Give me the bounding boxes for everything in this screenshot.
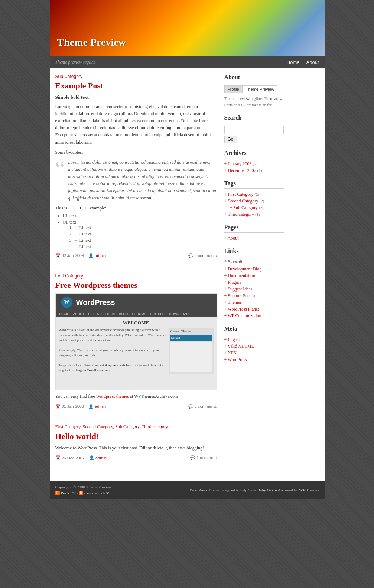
tag-second-category[interactable]: Second Category (2): [224, 198, 284, 204]
list-label: This is UL, OL, LI example:: [55, 205, 217, 211]
tag-first-category[interactable]: First Category (2): [224, 192, 284, 197]
meta-login[interactable]: Log in: [224, 337, 284, 342]
wp-themes-link[interactable]: Wordpress themes: [96, 394, 129, 399]
comments-link-3[interactable]: 1 comment: [196, 455, 217, 460]
calendar-icon-3: 📅: [55, 455, 61, 460]
archive-dec-2007[interactable]: December 2007 (1): [224, 168, 284, 173]
post-author: 👤 admin: [88, 253, 106, 258]
sidebar-meta: Meta Log in Valid XHTML XFN WordPress: [224, 325, 284, 363]
site-title: Theme Preview: [57, 36, 126, 48]
comments-link[interactable]: 0 comments: [195, 253, 217, 258]
wp-nav-hosting: HOSTING: [150, 312, 165, 316]
post-categories-3: First Category, Second Category, Sub Cat…: [55, 424, 217, 430]
calendar-icon: 📅: [55, 253, 61, 258]
li-item-1: Li text: [74, 225, 217, 231]
wp-nav-about: ABOUT: [73, 312, 85, 316]
user-icon: 👤: [88, 253, 94, 258]
post-body: Lorem ipsum dolor sit amet, consectetur …: [55, 103, 217, 146]
link-wp-customization[interactable]: WP Customization: [224, 313, 284, 319]
meta-xfn[interactable]: XFN: [224, 350, 284, 356]
comments-rss-link[interactable]: Comments RSS: [84, 491, 110, 495]
sidebar-pages: Pages About: [224, 224, 284, 241]
comments-rss-icon: R: [79, 491, 83, 495]
li-item-3: Li text: [74, 238, 217, 243]
wordpress-screenshot: W WordPress HOME ABOUT EXTEND DOCS BLOG …: [55, 293, 217, 390]
content-wrapper: Sub Category Example Post Simple bold te…: [50, 68, 325, 481]
post-title-3[interactable]: Hello world!: [55, 431, 217, 442]
cat-sub[interactable]: Sub Category: [115, 424, 139, 429]
ul-list: UL text OL text Li text Li text Li text …: [63, 213, 217, 250]
cat-third[interactable]: Third category: [142, 424, 168, 429]
wp-nav-extend: EXTEND: [88, 312, 102, 316]
cat-first[interactable]: First Category: [55, 424, 81, 429]
meta-xhtml[interactable]: Valid XHTML: [224, 344, 284, 349]
blogroll-label: Blogroll: [224, 259, 284, 265]
post-title[interactable]: Example Post: [55, 81, 217, 91]
post-wordpress-themes: First Category Free Wordpress themes W W…: [55, 273, 217, 415]
about-tabs: Profile Theme Preview: [224, 85, 284, 93]
page-about[interactable]: About: [224, 235, 284, 241]
tag-sub-category[interactable]: Sub Category (2): [230, 205, 284, 211]
link-suggest-ideas[interactable]: Suggest Ideas: [224, 286, 284, 292]
nav-bar: Theme preview tagline Home About: [50, 56, 325, 68]
link-support-forum[interactable]: Support Forum: [224, 293, 284, 299]
wp-theme-link[interactable]: WordPress Theme: [190, 488, 219, 492]
meta-title: Meta: [224, 325, 284, 334]
search-input[interactable]: [224, 126, 284, 134]
nav-home[interactable]: Home: [287, 59, 300, 65]
search-go-button[interactable]: Go: [224, 136, 237, 143]
wp-logo-text: WordPress: [76, 298, 115, 307]
li-item-4: Li text: [74, 244, 217, 250]
archive-jan-2008[interactable]: January 2008 (2): [224, 161, 284, 167]
post-date-2: 📅 01 Jan 2008: [55, 404, 84, 409]
posts-rss-link[interactable]: Posts RSS: [61, 491, 78, 495]
wp-nav-docs: DOCS: [105, 312, 115, 316]
footer-right: WordPress Theme designed to help Save Ba…: [190, 488, 319, 492]
wp-content-area: WELCOME WordPress is a state-of-the-art …: [56, 317, 217, 390]
nav-about[interactable]: About: [306, 59, 319, 65]
post-date: 📅 02 Jan 2008: [55, 253, 84, 258]
wp-nav-home: HOME: [59, 312, 69, 316]
link-plugins[interactable]: Plugins: [224, 280, 284, 285]
post-title-2[interactable]: Free Wordpress themes: [55, 280, 217, 291]
wp-sidebar-text: Current Theme Default: [170, 329, 212, 372]
blockquote-text: Lorem ipsum dolor sit amet, consectetur …: [68, 159, 217, 202]
link-documentation[interactable]: Documentation: [224, 273, 284, 279]
post-category-link[interactable]: Sub Category: [55, 74, 217, 79]
profile-tab[interactable]: Profile: [224, 85, 243, 93]
author-link-2[interactable]: admin: [95, 404, 106, 409]
links-title: Links: [224, 248, 284, 256]
ul-item: UL text: [63, 213, 217, 219]
posts-rss-icon: R: [55, 491, 60, 495]
sidebar-links: Links Blogroll Development Blog Document…: [224, 248, 284, 319]
ol-list: Li text Li text Li text Li text: [74, 225, 217, 250]
post-bold-text: Simple bold text: [55, 94, 217, 100]
wp-logo-circle: W: [61, 297, 72, 308]
link-dev-blog[interactable]: Development Blog: [224, 266, 284, 272]
comment-icon: 💬: [188, 253, 193, 258]
post-date-3: 📅 26 Dec 2007: [55, 455, 85, 460]
comment-icon-2: 💬: [188, 404, 193, 409]
comment-icon-3: 💬: [190, 455, 195, 460]
author-link-3[interactable]: admin: [95, 456, 107, 460]
theme-tab[interactable]: Theme Preview: [243, 85, 277, 93]
blockquote: “ Lorem ipsum dolor sit amet, consectetu…: [55, 159, 217, 202]
cat-second[interactable]: Second Category: [83, 424, 113, 429]
save-baby-gavin-link[interactable]: Save Baby Gavin: [248, 488, 277, 492]
link-themes[interactable]: Themes: [224, 300, 284, 305]
post-category-link-2[interactable]: First Category: [55, 273, 217, 279]
about-title: About: [224, 74, 284, 82]
post-author-3: 👤 admin: [89, 455, 107, 460]
link-wordpress-planet[interactable]: WordPress Planet: [224, 306, 284, 312]
calendar-icon-2: 📅: [55, 404, 61, 409]
post-example: Sub Category Example Post Simple bold te…: [55, 74, 217, 264]
post-hello-world: First Category, Second Category, Sub Cat…: [55, 424, 217, 467]
comments-link-2[interactable]: 0 comments: [195, 404, 217, 409]
author-link[interactable]: admin: [95, 253, 106, 258]
post-body-3: Welcome to WordPress. This is your first…: [55, 445, 217, 452]
sidebar-search: Search Go: [224, 114, 284, 143]
post-author-2: 👤 admin: [88, 404, 106, 409]
tag-third-category[interactable]: Third category (1): [224, 212, 284, 217]
meta-wordpress[interactable]: WordPress: [224, 357, 284, 363]
wp-themes-archived-link[interactable]: WP Themes: [299, 488, 319, 492]
